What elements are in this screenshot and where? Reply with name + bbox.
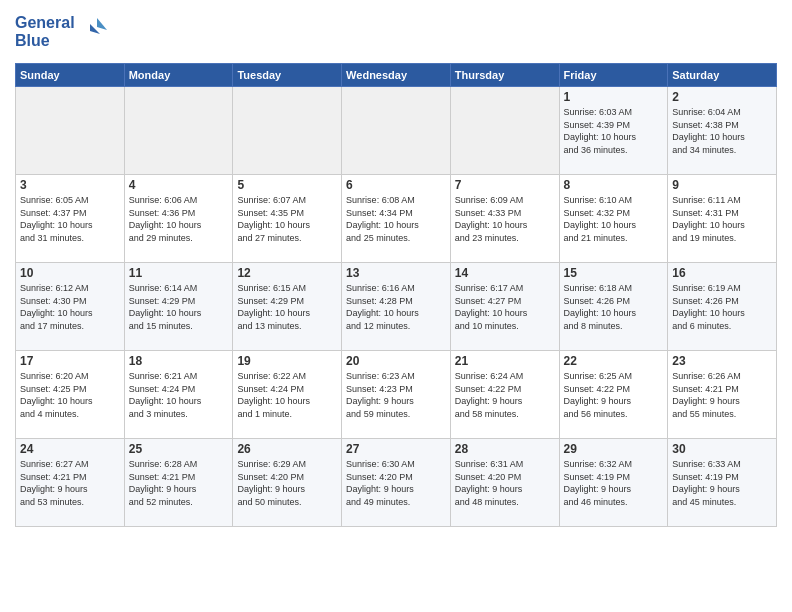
- day-number: 8: [564, 178, 664, 192]
- weekday-header: Wednesday: [342, 64, 451, 87]
- day-info: Sunrise: 6:03 AM Sunset: 4:39 PM Dayligh…: [564, 106, 664, 156]
- calendar-day-cell: 25Sunrise: 6:28 AM Sunset: 4:21 PM Dayli…: [124, 439, 233, 527]
- day-number: 10: [20, 266, 120, 280]
- day-number: 4: [129, 178, 229, 192]
- calendar-table: SundayMondayTuesdayWednesdayThursdayFrid…: [15, 63, 777, 527]
- calendar-day-cell: 30Sunrise: 6:33 AM Sunset: 4:19 PM Dayli…: [668, 439, 777, 527]
- calendar-day-cell: 6Sunrise: 6:08 AM Sunset: 4:34 PM Daylig…: [342, 175, 451, 263]
- day-number: 3: [20, 178, 120, 192]
- day-info: Sunrise: 6:29 AM Sunset: 4:20 PM Dayligh…: [237, 458, 337, 508]
- calendar-day-cell: 10Sunrise: 6:12 AM Sunset: 4:30 PM Dayli…: [16, 263, 125, 351]
- calendar-day-cell: 21Sunrise: 6:24 AM Sunset: 4:22 PM Dayli…: [450, 351, 559, 439]
- svg-text:Blue: Blue: [15, 32, 50, 49]
- svg-marker-2: [97, 18, 107, 30]
- calendar-day-cell: 27Sunrise: 6:30 AM Sunset: 4:20 PM Dayli…: [342, 439, 451, 527]
- calendar-day-cell: 22Sunrise: 6:25 AM Sunset: 4:22 PM Dayli…: [559, 351, 668, 439]
- day-number: 14: [455, 266, 555, 280]
- calendar-day-cell: 19Sunrise: 6:22 AM Sunset: 4:24 PM Dayli…: [233, 351, 342, 439]
- calendar-day-cell: 8Sunrise: 6:10 AM Sunset: 4:32 PM Daylig…: [559, 175, 668, 263]
- day-number: 9: [672, 178, 772, 192]
- calendar-day-cell: 17Sunrise: 6:20 AM Sunset: 4:25 PM Dayli…: [16, 351, 125, 439]
- day-info: Sunrise: 6:08 AM Sunset: 4:34 PM Dayligh…: [346, 194, 446, 244]
- calendar-week-row: 10Sunrise: 6:12 AM Sunset: 4:30 PM Dayli…: [16, 263, 777, 351]
- calendar-day-cell: 15Sunrise: 6:18 AM Sunset: 4:26 PM Dayli…: [559, 263, 668, 351]
- day-info: Sunrise: 6:10 AM Sunset: 4:32 PM Dayligh…: [564, 194, 664, 244]
- day-number: 29: [564, 442, 664, 456]
- day-info: Sunrise: 6:04 AM Sunset: 4:38 PM Dayligh…: [672, 106, 772, 156]
- day-number: 24: [20, 442, 120, 456]
- calendar-day-cell: [342, 87, 451, 175]
- logo: General Blue: [15, 10, 110, 55]
- weekday-header: Saturday: [668, 64, 777, 87]
- day-info: Sunrise: 6:05 AM Sunset: 4:37 PM Dayligh…: [20, 194, 120, 244]
- weekday-header: Monday: [124, 64, 233, 87]
- day-info: Sunrise: 6:09 AM Sunset: 4:33 PM Dayligh…: [455, 194, 555, 244]
- weekday-header: Sunday: [16, 64, 125, 87]
- day-info: Sunrise: 6:30 AM Sunset: 4:20 PM Dayligh…: [346, 458, 446, 508]
- weekday-header: Thursday: [450, 64, 559, 87]
- day-info: Sunrise: 6:15 AM Sunset: 4:29 PM Dayligh…: [237, 282, 337, 332]
- calendar-day-cell: 4Sunrise: 6:06 AM Sunset: 4:36 PM Daylig…: [124, 175, 233, 263]
- calendar-day-cell: 13Sunrise: 6:16 AM Sunset: 4:28 PM Dayli…: [342, 263, 451, 351]
- weekday-header: Friday: [559, 64, 668, 87]
- calendar-day-cell: 16Sunrise: 6:19 AM Sunset: 4:26 PM Dayli…: [668, 263, 777, 351]
- calendar-day-cell: 24Sunrise: 6:27 AM Sunset: 4:21 PM Dayli…: [16, 439, 125, 527]
- day-number: 18: [129, 354, 229, 368]
- day-number: 20: [346, 354, 446, 368]
- page-header: General Blue: [15, 10, 777, 55]
- day-info: Sunrise: 6:33 AM Sunset: 4:19 PM Dayligh…: [672, 458, 772, 508]
- calendar-day-cell: 12Sunrise: 6:15 AM Sunset: 4:29 PM Dayli…: [233, 263, 342, 351]
- calendar-day-cell: [124, 87, 233, 175]
- day-number: 16: [672, 266, 772, 280]
- calendar-day-cell: [16, 87, 125, 175]
- day-number: 7: [455, 178, 555, 192]
- weekday-header: Tuesday: [233, 64, 342, 87]
- day-info: Sunrise: 6:16 AM Sunset: 4:28 PM Dayligh…: [346, 282, 446, 332]
- calendar-day-cell: [450, 87, 559, 175]
- day-number: 26: [237, 442, 337, 456]
- day-number: 11: [129, 266, 229, 280]
- calendar-day-cell: 26Sunrise: 6:29 AM Sunset: 4:20 PM Dayli…: [233, 439, 342, 527]
- day-number: 21: [455, 354, 555, 368]
- day-info: Sunrise: 6:23 AM Sunset: 4:23 PM Dayligh…: [346, 370, 446, 420]
- calendar-day-cell: 5Sunrise: 6:07 AM Sunset: 4:35 PM Daylig…: [233, 175, 342, 263]
- day-info: Sunrise: 6:21 AM Sunset: 4:24 PM Dayligh…: [129, 370, 229, 420]
- day-info: Sunrise: 6:24 AM Sunset: 4:22 PM Dayligh…: [455, 370, 555, 420]
- day-number: 2: [672, 90, 772, 104]
- day-info: Sunrise: 6:27 AM Sunset: 4:21 PM Dayligh…: [20, 458, 120, 508]
- calendar-day-cell: 28Sunrise: 6:31 AM Sunset: 4:20 PM Dayli…: [450, 439, 559, 527]
- day-number: 1: [564, 90, 664, 104]
- day-number: 28: [455, 442, 555, 456]
- calendar-week-row: 17Sunrise: 6:20 AM Sunset: 4:25 PM Dayli…: [16, 351, 777, 439]
- day-number: 30: [672, 442, 772, 456]
- day-info: Sunrise: 6:19 AM Sunset: 4:26 PM Dayligh…: [672, 282, 772, 332]
- day-info: Sunrise: 6:06 AM Sunset: 4:36 PM Dayligh…: [129, 194, 229, 244]
- calendar-day-cell: 7Sunrise: 6:09 AM Sunset: 4:33 PM Daylig…: [450, 175, 559, 263]
- calendar-day-cell: 9Sunrise: 6:11 AM Sunset: 4:31 PM Daylig…: [668, 175, 777, 263]
- day-number: 19: [237, 354, 337, 368]
- day-info: Sunrise: 6:17 AM Sunset: 4:27 PM Dayligh…: [455, 282, 555, 332]
- day-info: Sunrise: 6:26 AM Sunset: 4:21 PM Dayligh…: [672, 370, 772, 420]
- day-number: 12: [237, 266, 337, 280]
- day-number: 17: [20, 354, 120, 368]
- calendar-day-cell: 1Sunrise: 6:03 AM Sunset: 4:39 PM Daylig…: [559, 87, 668, 175]
- calendar-week-row: 3Sunrise: 6:05 AM Sunset: 4:37 PM Daylig…: [16, 175, 777, 263]
- calendar-day-cell: 14Sunrise: 6:17 AM Sunset: 4:27 PM Dayli…: [450, 263, 559, 351]
- day-info: Sunrise: 6:12 AM Sunset: 4:30 PM Dayligh…: [20, 282, 120, 332]
- calendar-week-row: 1Sunrise: 6:03 AM Sunset: 4:39 PM Daylig…: [16, 87, 777, 175]
- day-info: Sunrise: 6:25 AM Sunset: 4:22 PM Dayligh…: [564, 370, 664, 420]
- calendar-week-row: 24Sunrise: 6:27 AM Sunset: 4:21 PM Dayli…: [16, 439, 777, 527]
- calendar-day-cell: 3Sunrise: 6:05 AM Sunset: 4:37 PM Daylig…: [16, 175, 125, 263]
- day-number: 15: [564, 266, 664, 280]
- calendar-day-cell: 2Sunrise: 6:04 AM Sunset: 4:38 PM Daylig…: [668, 87, 777, 175]
- calendar-day-cell: 29Sunrise: 6:32 AM Sunset: 4:19 PM Dayli…: [559, 439, 668, 527]
- day-info: Sunrise: 6:20 AM Sunset: 4:25 PM Dayligh…: [20, 370, 120, 420]
- calendar-header: SundayMondayTuesdayWednesdayThursdayFrid…: [16, 64, 777, 87]
- day-number: 27: [346, 442, 446, 456]
- day-info: Sunrise: 6:11 AM Sunset: 4:31 PM Dayligh…: [672, 194, 772, 244]
- calendar-day-cell: [233, 87, 342, 175]
- day-info: Sunrise: 6:18 AM Sunset: 4:26 PM Dayligh…: [564, 282, 664, 332]
- day-info: Sunrise: 6:22 AM Sunset: 4:24 PM Dayligh…: [237, 370, 337, 420]
- day-info: Sunrise: 6:31 AM Sunset: 4:20 PM Dayligh…: [455, 458, 555, 508]
- day-info: Sunrise: 6:14 AM Sunset: 4:29 PM Dayligh…: [129, 282, 229, 332]
